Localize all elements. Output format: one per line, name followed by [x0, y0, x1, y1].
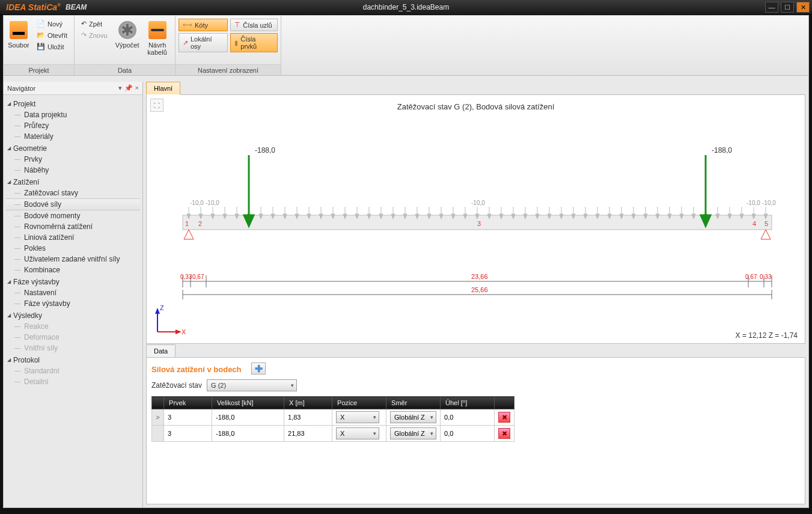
- ribbon-group-label: Nastavení zobrazení: [176, 64, 281, 75]
- delete-row-button[interactable]: ✖: [498, 412, 510, 423]
- add-row-button[interactable]: ✚: [251, 363, 266, 375]
- maximize-button[interactable]: ☐: [781, 2, 794, 13]
- panel-close-icon[interactable]: ×: [135, 84, 139, 92]
- visualization-panel: ⛶ Zatěžovací stav G (2), Bodová silová z…: [146, 94, 805, 344]
- tree-item[interactable]: Data projektu: [6, 109, 140, 120]
- data-panel: Silová zatížení v bodech ✚ Zatěžovací st…: [146, 357, 805, 504]
- navigator-tree: ProjektData projektuPrůřezyMateriályGeom…: [4, 95, 142, 507]
- tree-item: Detailní: [6, 376, 140, 387]
- tree-group[interactable]: Protokol: [6, 355, 140, 366]
- panel-menu-icon[interactable]: ▾: [118, 84, 122, 92]
- ribbon-group-label: Projekt: [4, 64, 74, 75]
- minimize-button[interactable]: —: [765, 2, 778, 13]
- tree-item[interactable]: Bodové síly: [6, 198, 140, 210]
- tree-item[interactable]: Náběhy: [6, 165, 140, 176]
- svg-text:X: X: [182, 328, 186, 335]
- open-button[interactable]: 📂Otevřít: [33, 30, 71, 40]
- tree-group[interactable]: Výsledky: [6, 310, 140, 321]
- app-product: BEAM: [66, 3, 87, 11]
- tree-item: Standardní: [6, 366, 140, 376]
- loadcase-label: Zatěžovací stav: [151, 381, 202, 390]
- tree-item[interactable]: Fáze výstavby: [6, 298, 140, 309]
- redo-button[interactable]: ↷Znovu: [78, 30, 111, 40]
- undo-button[interactable]: ↶Zpět: [78, 19, 111, 29]
- tree-item[interactable]: Liniová zatížení: [6, 232, 140, 243]
- tree-group[interactable]: Zatížení: [6, 177, 140, 188]
- calculate-button[interactable]: Výpočet: [112, 17, 142, 52]
- tree-item[interactable]: Rovnoměrná zatížení: [6, 221, 140, 232]
- direction-select[interactable]: Globální Z: [390, 411, 436, 423]
- save-button[interactable]: 💾Uložit: [33, 41, 71, 52]
- svg-marker-1: [184, 230, 194, 239]
- pin-icon[interactable]: 📌: [124, 84, 133, 92]
- column-header[interactable]: Pozice: [332, 397, 386, 409]
- tab-main[interactable]: Hlavní: [146, 82, 180, 95]
- svg-text:3: 3: [477, 220, 481, 227]
- tree-item: Vnitřní síly: [6, 343, 140, 353]
- toggle-node-numbers[interactable]: ⊤Čísla uzlů: [230, 19, 278, 31]
- svg-text:-188,0: -188,0: [255, 146, 275, 155]
- cursor-coordinates: X = 12,12 Z = -1,74: [736, 331, 798, 340]
- delete-row-button[interactable]: ✖: [498, 428, 510, 439]
- column-header[interactable]: Prvek: [164, 397, 212, 409]
- svg-text:5: 5: [765, 220, 768, 227]
- svg-text:1: 1: [185, 220, 189, 227]
- direction-select[interactable]: Globální Z: [390, 427, 436, 439]
- beam-diagram: 1 2 3 4 5: [147, 95, 802, 335]
- svg-text:Z: Z: [160, 304, 164, 311]
- file-menu-button[interactable]: Soubor: [5, 17, 32, 52]
- tree-item[interactable]: Zatěžovací stavy: [6, 188, 140, 198]
- tree-item[interactable]: Materiály: [6, 131, 140, 142]
- loadcase-select[interactable]: G (2): [207, 379, 297, 391]
- gear-icon: [118, 21, 136, 39]
- toggle-element-numbers[interactable]: ▮Čísla prvků: [230, 33, 278, 52]
- svg-text:25,66: 25,66: [471, 286, 488, 293]
- tree-item[interactable]: Bodové momenty: [6, 210, 140, 221]
- svg-text:0,67: 0,67: [745, 274, 757, 280]
- svg-marker-2: [761, 230, 771, 239]
- column-header[interactable]: Směr: [386, 397, 441, 409]
- svg-text:-10,0: -10,0: [746, 200, 760, 206]
- tree-item[interactable]: Prvky: [6, 154, 140, 165]
- svg-text:-10,0: -10,0: [762, 200, 776, 206]
- column-header[interactable]: Úhel [°]: [441, 397, 495, 409]
- file-icon: [10, 21, 28, 39]
- tree-group[interactable]: Projekt: [6, 99, 140, 109]
- svg-text:0,67: 0,67: [192, 274, 204, 280]
- table-row[interactable]: >3-188,01,83XGlobální Z0,0✖: [152, 409, 514, 426]
- tree-item[interactable]: Průřezy: [6, 120, 140, 131]
- tree-item: Reakce: [6, 321, 140, 332]
- svg-text:-188,0: -188,0: [712, 146, 732, 155]
- svg-text:0,33: 0,33: [760, 274, 772, 280]
- svg-marker-136: [176, 329, 182, 334]
- navigator-panel: Navigátor ▾ 📌 × ProjektData projektuPrůř…: [4, 82, 143, 507]
- tree-item: Deformace: [6, 332, 140, 343]
- svg-text:2: 2: [198, 220, 202, 227]
- tree-item[interactable]: Uživatelem zadané vnitřní síly: [6, 254, 140, 265]
- title-bar: IDEA StatiCa® BEAM dachbinder_5_3.ideaBe…: [0, 0, 812, 15]
- document-title: dachbinder_5_3.ideaBeam: [363, 3, 449, 11]
- data-panel-title: Silová zatížení v bodech: [151, 365, 242, 374]
- tree-group[interactable]: Geometrie: [6, 143, 140, 154]
- app-brand: IDEA StatiCa®: [6, 2, 61, 12]
- table-row[interactable]: 3-188,021,83XGlobální Z0,0✖: [152, 426, 514, 442]
- toggle-local-axes[interactable]: ↗Lokální osy: [179, 33, 228, 52]
- close-button[interactable]: ✕: [796, 2, 810, 13]
- tab-data[interactable]: Data: [146, 344, 176, 358]
- tree-item[interactable]: Nastavení: [6, 287, 140, 298]
- column-header[interactable]: X [m]: [284, 397, 332, 409]
- new-button[interactable]: 📄Nový: [33, 19, 71, 29]
- svg-text:-10,0: -10,0: [471, 200, 485, 206]
- toggle-dimensions[interactable]: ⟷Kóty: [179, 19, 228, 31]
- position-select[interactable]: X: [336, 427, 379, 439]
- column-header[interactable]: Velikost [kN]: [212, 397, 284, 409]
- position-select[interactable]: X: [336, 411, 379, 423]
- svg-text:23,66: 23,66: [471, 273, 488, 280]
- tendon-icon: [148, 21, 166, 39]
- svg-text:-10,0: -10,0: [190, 200, 204, 206]
- tendon-design-button[interactable]: Návrh kabelů: [142, 17, 172, 60]
- ribbon-group-label: Data: [75, 64, 175, 75]
- tree-group[interactable]: Fáze výstavby: [6, 277, 140, 287]
- tree-item[interactable]: Kombinace: [6, 265, 140, 275]
- tree-item[interactable]: Pokles: [6, 243, 140, 254]
